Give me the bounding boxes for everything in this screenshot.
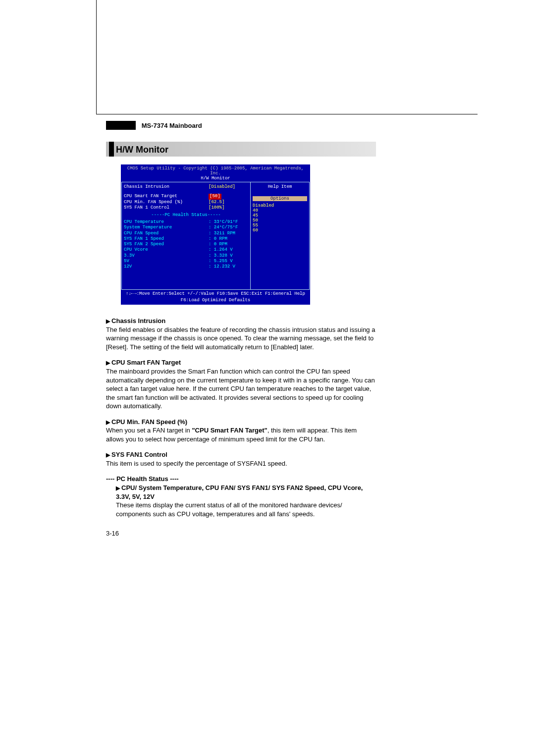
section-strip <box>109 142 114 157</box>
bios-health-divider: -----PC Health Status----- <box>124 213 248 217</box>
item-body-sysfan: This item is used to specify the percent… <box>106 459 376 468</box>
bios-footer-2: F6:Load Optimized Defaults <box>121 296 310 304</box>
bios-label: SYS FAN 1 Control <box>124 205 209 211</box>
bios-option: 60 <box>253 228 307 233</box>
bios-screenshot: CMOS Setup Utility - Copyright (C) 1985-… <box>121 164 310 305</box>
bios-body: Chassis Intrusion [Disabled] CPU Smart F… <box>121 182 310 290</box>
bios-row: CPU Smart FAN Target [50] <box>124 194 248 199</box>
bios-option: 50 <box>253 218 307 223</box>
bios-label: CPU Min. FAN Speed (%) <box>124 200 209 205</box>
bios-row: CPU FAN Speed: 3211 RPM <box>124 231 248 236</box>
section-bar: H/W Monitor <box>106 142 376 157</box>
vertical-rule <box>96 0 97 114</box>
page: MS-7374 Mainboard H/W Monitor CMOS Setup… <box>0 0 535 756</box>
bios-row: SYS FAN 1 Speed: 0 RPM <box>124 236 248 242</box>
section-title: H/W Monitor <box>116 142 168 157</box>
bios-copyright: CMOS Setup Utility - Copyright (C) 1985-… <box>121 165 310 176</box>
bios-row: 12V: 12.232 V <box>124 264 248 270</box>
horizontal-rule <box>96 114 478 114</box>
bios-row: CPU Min. FAN Speed (%) [62.5] <box>124 200 248 205</box>
bios-row: 3.3V: 3.328 V <box>124 253 248 259</box>
bios-value-selected: [50] <box>209 194 248 199</box>
header-row: MS-7374 Mainboard <box>106 121 376 130</box>
bios-right-pane: Help Item Options Disabled 40 45 50 55 6… <box>250 182 310 290</box>
bios-left-pane: Chassis Intrusion [Disabled] CPU Smart F… <box>121 182 250 290</box>
bios-value: [Disabled] <box>209 184 248 190</box>
bios-row: 5V: 5.255 V <box>124 259 248 264</box>
item-body-smartfan: The mainboard provides the Smart Fan fun… <box>106 367 376 411</box>
bios-option: 40 <box>253 208 307 213</box>
body-text: Chassis Intrusion The field enables or d… <box>106 317 376 538</box>
bios-screen-name: H/W Monitor <box>121 176 310 182</box>
bios-option: Disabled <box>253 203 307 208</box>
item-title-sysfan: SYS FAN1 Control <box>106 450 376 459</box>
bios-row: CPU Temperature: 33°C/91°F <box>124 219 248 225</box>
bios-row: SYS FAN 1 Control [100%] <box>124 205 248 211</box>
bios-label: CPU Smart FAN Target <box>124 194 209 199</box>
item-title-smartfan: CPU Smart FAN Target <box>106 358 376 367</box>
page-number: 3-16 <box>106 529 376 538</box>
subitem-pchealth: CPU/ System Temperature, CPU FAN/ SYS FA… <box>116 484 376 518</box>
bios-option: 55 <box>253 223 307 228</box>
item-title-pchealth: ---- PC Health Status ---- <box>106 475 376 484</box>
content-area: MS-7374 Mainboard H/W Monitor CMOS Setup… <box>106 121 376 538</box>
mainboard-label: MS-7374 Mainboard <box>142 122 202 129</box>
bios-row: System Temperature: 24°C/75°F <box>124 225 248 230</box>
bios-help-title: Help Item <box>253 184 307 189</box>
bios-option: 45 <box>253 213 307 218</box>
item-body-chassis: The field enables or disables the featur… <box>106 325 376 352</box>
bios-label: Chassis Intrusion <box>124 184 209 190</box>
subitem-title: CPU/ System Temperature, CPU FAN/ SYS FA… <box>116 484 376 501</box>
item-body-cpumin: When you set a FAN target in "CPU Smart … <box>106 426 376 443</box>
bios-value: [100%] <box>209 205 248 211</box>
bios-value: [62.5] <box>209 200 248 205</box>
item-title-cpumin: CPU Min. FAN Speed (%) <box>106 418 376 427</box>
bios-row: Chassis Intrusion [Disabled] <box>124 184 248 190</box>
item-title-chassis: Chassis Intrusion <box>106 317 376 325</box>
bios-row: SYS FAN 2 Speed: 0 RPM <box>124 242 248 247</box>
subitem-body: These items display the current status o… <box>116 501 376 518</box>
bios-options-label: Options <box>253 196 307 201</box>
header-black-box <box>106 121 136 130</box>
bios-row: CPU Vcore: 1.264 V <box>124 247 248 253</box>
